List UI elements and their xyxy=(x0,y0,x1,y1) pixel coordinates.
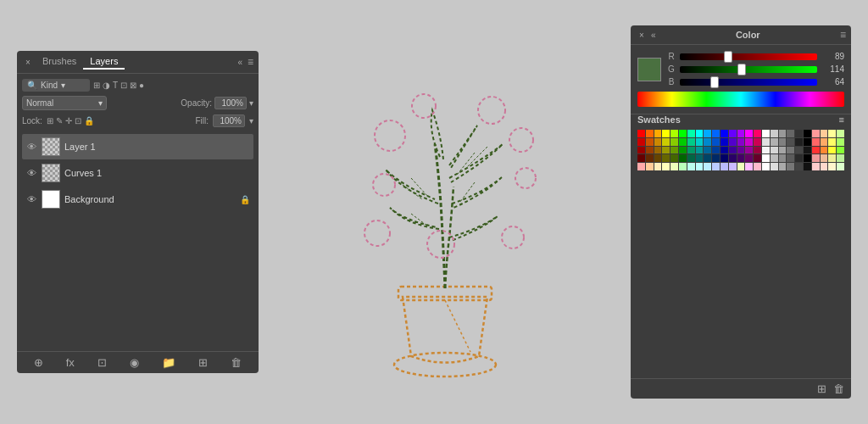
swatch-17[interactable] xyxy=(779,130,787,137)
swatch-111[interactable] xyxy=(729,163,737,170)
swatch-47[interactable] xyxy=(821,138,828,146)
swatch-34[interactable] xyxy=(712,138,720,146)
blend-mode-select[interactable]: Normal ▾ xyxy=(22,96,107,110)
swatch-113[interactable] xyxy=(745,163,753,170)
swatch-5[interactable] xyxy=(679,130,687,137)
swatch-104[interactable] xyxy=(670,163,678,170)
swatch-65[interactable] xyxy=(762,147,770,154)
swatch-27[interactable] xyxy=(654,138,662,146)
swatch-72[interactable] xyxy=(821,147,828,154)
swatch-105[interactable] xyxy=(679,163,687,170)
swatch-7[interactable] xyxy=(696,130,704,137)
g-slider-thumb[interactable] xyxy=(737,64,746,75)
swatch-97[interactable] xyxy=(821,154,828,162)
fill-chevron[interactable]: ▾ xyxy=(249,116,253,126)
opacity-input[interactable]: 100% xyxy=(214,97,247,109)
lock-frame-btn[interactable]: ⊡ xyxy=(75,116,81,126)
swatch-68[interactable] xyxy=(787,147,794,154)
swatch-82[interactable] xyxy=(696,154,704,162)
layers-panel-close-btn[interactable]: × xyxy=(22,56,34,68)
swatch-3[interactable] xyxy=(662,130,670,137)
layer-item-layer1[interactable]: 👁 Layer 1 xyxy=(22,134,253,159)
swatch-100[interactable] xyxy=(637,163,645,170)
swatch-75[interactable] xyxy=(637,154,645,162)
swatch-50[interactable] xyxy=(637,147,645,154)
g-slider-track[interactable] xyxy=(680,66,817,73)
swatch-71[interactable] xyxy=(812,147,820,154)
opacity-chevron[interactable]: ▾ xyxy=(249,98,253,108)
swatch-89[interactable] xyxy=(754,154,761,162)
swatch-88[interactable] xyxy=(745,154,753,162)
swatch-25[interactable] xyxy=(637,138,645,146)
swatch-107[interactable] xyxy=(696,163,704,170)
swatch-0[interactable] xyxy=(637,130,645,137)
swatch-86[interactable] xyxy=(729,154,737,162)
swatch-31[interactable] xyxy=(687,138,695,146)
lock-brush-btn[interactable]: ✎ xyxy=(56,116,63,126)
footer-delete-btn[interactable]: 🗑 xyxy=(231,356,242,369)
swatch-9[interactable] xyxy=(712,130,720,137)
adjust-icon[interactable]: ◑ xyxy=(103,81,110,90)
swatch-76[interactable] xyxy=(646,154,654,162)
swatch-38[interactable] xyxy=(745,138,753,146)
swatch-119[interactable] xyxy=(795,163,803,170)
swatch-43[interactable] xyxy=(787,138,794,146)
swatch-121[interactable] xyxy=(812,163,820,170)
swatch-56[interactable] xyxy=(687,147,695,154)
tab-layers[interactable]: Layers xyxy=(83,54,125,70)
swatch-21[interactable] xyxy=(812,130,820,137)
footer-group-btn[interactable]: ⊞ xyxy=(198,356,208,369)
color-panel-collapse-btn[interactable]: « xyxy=(651,31,656,40)
swatch-93[interactable] xyxy=(787,154,794,162)
swatch-116[interactable] xyxy=(771,163,778,170)
search-box[interactable]: 🔍 Kind ▾ xyxy=(22,79,90,92)
swatch-20[interactable] xyxy=(804,130,811,137)
fill-input[interactable]: 100% xyxy=(213,114,245,127)
swatch-106[interactable] xyxy=(687,163,695,170)
swatch-11[interactable] xyxy=(729,130,737,137)
lock-dots-btn[interactable]: ⊞ xyxy=(47,116,53,126)
swatch-60[interactable] xyxy=(721,147,728,154)
background-visibility-icon[interactable]: 👁 xyxy=(25,194,37,204)
swatch-57[interactable] xyxy=(696,147,704,154)
swatch-10[interactable] xyxy=(721,130,728,137)
swatch-124[interactable] xyxy=(837,163,844,170)
swatch-23[interactable] xyxy=(828,130,836,137)
swatch-12[interactable] xyxy=(737,130,745,137)
swatch-18[interactable] xyxy=(787,130,794,137)
tab-brushes[interactable]: Brushes xyxy=(36,54,83,70)
swatch-91[interactable] xyxy=(771,154,778,162)
footer-fx-btn[interactable]: fx xyxy=(66,356,75,369)
swatch-117[interactable] xyxy=(779,163,787,170)
curves1-visibility-icon[interactable]: 👁 xyxy=(25,168,37,178)
swatch-85[interactable] xyxy=(721,154,728,162)
swatch-87[interactable] xyxy=(737,154,745,162)
swatch-112[interactable] xyxy=(737,163,745,170)
swatch-1[interactable] xyxy=(646,130,654,137)
swatch-109[interactable] xyxy=(712,163,720,170)
layers-panel-menu-icon[interactable]: ≡ xyxy=(248,56,253,68)
swatch-73[interactable] xyxy=(828,147,836,154)
footer-layer-btn[interactable]: ⊡ xyxy=(97,356,107,369)
r-slider-thumb[interactable] xyxy=(724,51,732,63)
swatch-41[interactable] xyxy=(771,138,778,146)
swatch-78[interactable] xyxy=(662,154,670,162)
swatch-95[interactable] xyxy=(804,154,811,162)
swatch-45[interactable] xyxy=(804,138,811,146)
swatch-99[interactable] xyxy=(837,154,844,162)
footer-folder-btn[interactable]: 📁 xyxy=(162,356,175,369)
lock-move-btn[interactable]: ✛ xyxy=(65,116,72,126)
swatch-81[interactable] xyxy=(687,154,695,162)
swatch-101[interactable] xyxy=(646,163,654,170)
swatch-37[interactable] xyxy=(737,138,745,146)
color-panel-menu-icon[interactable]: ≡ xyxy=(840,29,846,41)
swatch-26[interactable] xyxy=(646,138,654,146)
swatch-69[interactable] xyxy=(795,147,803,154)
swatch-118[interactable] xyxy=(787,163,794,170)
swatch-22[interactable] xyxy=(821,130,828,137)
new-swatch-btn[interactable]: ⊞ xyxy=(817,382,826,395)
swatch-30[interactable] xyxy=(679,138,687,146)
swatch-66[interactable] xyxy=(771,147,778,154)
swatches-menu-icon[interactable]: ≡ xyxy=(839,114,844,125)
swatch-64[interactable] xyxy=(754,147,761,154)
